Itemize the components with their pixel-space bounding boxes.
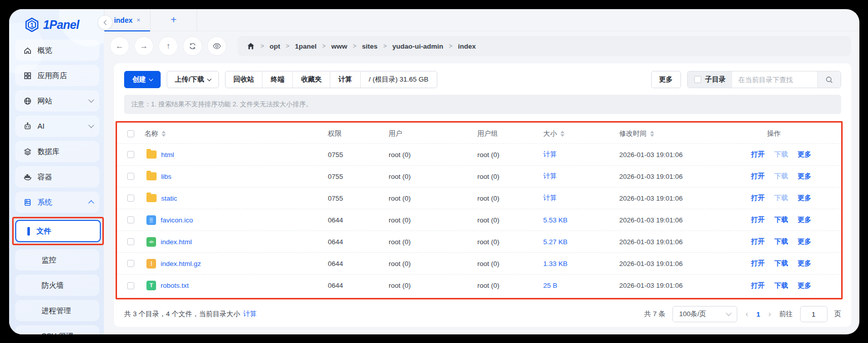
next-page-button[interactable]: › [767,310,772,319]
sidebar-subitem-files[interactable]: 文件 [15,220,101,242]
row-checkbox[interactable] [127,195,134,202]
terminal-button[interactable]: 终端 [262,71,292,88]
download-link[interactable]: 下载 [774,237,788,246]
sidebar-subitem-label: 监控 [42,255,93,265]
upload-download-button[interactable]: 上传/下载 [167,71,219,88]
sort-size-icon[interactable] [560,131,564,137]
current-page[interactable]: 1 [757,311,761,318]
subdirectory-checkbox[interactable] [694,76,701,83]
row-checkbox[interactable] [127,282,134,289]
download-link[interactable]: 下载 [774,172,788,181]
create-button-label: 创建 [132,75,146,84]
download-link[interactable]: 下载 [774,281,788,290]
calculate-size-link[interactable]: 计算 [243,310,257,319]
sidebar-subitem-ssh[interactable]: SSH 管理 [15,325,99,334]
more-link[interactable]: 更多 [798,259,811,268]
more-link[interactable]: 更多 [798,281,811,290]
size-calculate-link[interactable]: 计算 [543,150,619,159]
sidebar-item-overview[interactable]: 概览 [15,40,99,61]
more-button[interactable]: 更多 [651,71,681,88]
more-link[interactable]: 更多 [798,215,811,224]
more-link[interactable]: 更多 [798,172,811,181]
open-link[interactable]: 打开 [751,237,765,246]
recycle-bin-button[interactable]: 回收站 [225,71,262,88]
breadcrumb-item[interactable]: 1panel [295,43,317,50]
file-name-link[interactable]: static [161,195,177,202]
open-link[interactable]: 打开 [751,172,765,181]
back-button[interactable]: ← [110,36,129,56]
size-calculate-link[interactable]: 计算 [543,172,619,181]
file-name-link[interactable]: html [161,151,174,159]
page-size-select[interactable]: 100条/页 [672,306,737,322]
goto-page-input[interactable] [800,306,827,322]
search-input[interactable] [732,71,817,88]
open-link[interactable]: 打开 [751,215,765,224]
refresh-button[interactable] [183,36,202,56]
table-row: Trobots.txt 0644 root (0) root (0) 25 B … [117,275,841,296]
sort-mtime-icon[interactable] [650,131,654,137]
breadcrumb-item[interactable]: www [331,43,348,50]
sidebar-item-database[interactable]: 数据库 [15,141,99,162]
open-link[interactable]: 打开 [751,259,765,268]
cell-group: root (0) [477,260,543,268]
arrow-left-icon: ← [116,42,124,51]
subdirectory-label: 子目录 [705,75,726,84]
file-name-link[interactable]: libs [161,173,171,180]
add-tab-button[interactable]: + [150,9,197,31]
directory-summary: 共 3 个目录，4 个文件，当前目录大小 计算 [124,310,257,319]
file-name-link[interactable]: favicon.ico [161,216,193,224]
search-button[interactable] [817,71,841,88]
sidebar-item-label: 概览 [37,46,93,55]
file-name-link[interactable]: robots.txt [161,282,189,289]
download-link[interactable]: 下载 [774,259,788,268]
sidebar-subitem-monitor[interactable]: 监控 [15,249,99,271]
robot-icon [23,122,32,131]
up-directory-button[interactable]: ↑ [159,36,178,56]
download-link[interactable]: 下载 [774,215,788,224]
open-link[interactable]: 打开 [751,150,765,159]
sidebar-item-app-store[interactable]: 应用商店 [15,65,99,86]
sidebar-item-website[interactable]: 网站 [15,90,99,111]
prev-page-button[interactable]: ‹ [744,310,749,319]
sort-name-icon[interactable] [162,131,166,137]
more-link[interactable]: 更多 [798,237,811,246]
more-link[interactable]: 更多 [798,150,811,159]
row-checkbox[interactable] [127,238,134,245]
file-name-link[interactable]: index.html.gz [161,260,201,268]
sidebar-collapse-button[interactable] [98,16,112,29]
breadcrumb-item[interactable]: opt [270,43,280,50]
home-icon[interactable] [247,42,255,50]
file-size-value: 5.53 KB [543,216,619,224]
row-checkbox[interactable] [127,151,134,158]
open-link[interactable]: 打开 [751,281,765,290]
breadcrumb-item[interactable]: index [458,43,476,50]
row-checkbox[interactable] [127,216,134,223]
tab-close-icon[interactable]: × [136,16,140,24]
show-hidden-button[interactable] [207,36,227,56]
create-button[interactable]: 创建 [124,71,161,88]
row-checkbox[interactable] [127,173,134,180]
breadcrumb-item[interactable]: sites [362,43,378,50]
favorites-button[interactable]: 收藏夹 [292,71,330,88]
sidebar-item-container[interactable]: 容器 [15,166,99,187]
breadcrumb: > opt > 1panel > www > sites > yudao-ui-… [238,36,851,56]
row-checkbox[interactable] [127,260,134,267]
app-window: 1 1Panel 概览 应用商店 网站 AI [9,9,859,334]
calculate-button[interactable]: 计算 [330,71,360,88]
breadcrumb-item[interactable]: yudao-ui-admin [392,43,443,50]
sidebar-subitem-process[interactable]: 进程管理 [15,300,99,321]
open-link[interactable]: 打开 [751,194,765,203]
download-link[interactable]: 下载 [774,150,788,159]
more-link[interactable]: 更多 [798,194,811,203]
size-calculate-link[interactable]: 计算 [543,194,619,203]
forward-button[interactable]: → [134,36,154,56]
cell-user: root (0) [389,282,477,289]
download-link[interactable]: 下载 [774,194,788,203]
sidebar-item-ai[interactable]: AI [15,116,99,137]
sidebar-item-system[interactable]: 系统 [15,192,99,213]
globe-icon [23,97,32,105]
sidebar-subitem-firewall[interactable]: 防火墙 [15,275,99,296]
select-all-checkbox[interactable] [127,130,134,137]
cell-permission: 0644 [328,282,389,289]
file-name-link[interactable]: index.html [161,238,192,246]
